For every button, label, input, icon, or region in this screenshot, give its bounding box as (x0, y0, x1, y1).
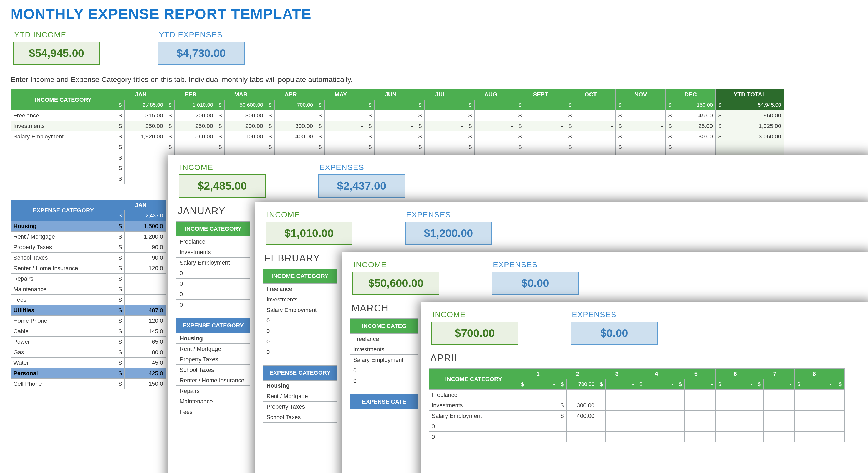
feb-income-list[interactable]: INCOME CATEGORY (263, 269, 337, 283)
feb-expense-header: EXPENSE CATEGORY (263, 366, 337, 380)
mar-expense-value: $0.00 (492, 272, 579, 295)
feb-income-header: INCOME CATEGORY (263, 269, 337, 283)
ytd-income-block: YTD INCOME $54,945.00 (13, 30, 100, 65)
mar-income-label: INCOME (353, 260, 439, 269)
feb-expense-value: $1,200.00 (405, 222, 492, 245)
mar-expense-header: EXPENSE CATE (350, 395, 418, 409)
jan-income-items[interactable]: FreelanceInvestmentsSalary Employment000… (176, 236, 250, 310)
jan-income-header: INCOME CATEGORY (177, 222, 250, 236)
jan-income-list[interactable]: INCOME CATEGORY (176, 221, 250, 236)
jan-expense-label: EXPENSES (319, 163, 405, 172)
feb-income-value: $1,010.00 (266, 222, 352, 245)
mar-income-header: INCOME CATEG (350, 319, 418, 334)
ytd-income-label: YTD INCOME (14, 30, 100, 39)
ytd-income-value: $54,945.00 (13, 42, 100, 65)
jan-income-label: INCOME (180, 163, 266, 172)
apr-month-title: APRIL (430, 353, 865, 364)
mar-income-items[interactable]: FreelanceInvestmentsSalary Employment00 (350, 334, 418, 386)
jan-expense-header: EXPENSE CATEGORY (177, 318, 250, 333)
page-title: MONTHLY EXPENSE REPORT TEMPLATE (0, 0, 868, 30)
feb-income-label: INCOME (267, 210, 352, 219)
feb-expense-items[interactable]: HousingRent / MortgageProperty TaxesScho… (263, 380, 337, 423)
card-april: INCOME$700.00 EXPENSES$0.00 APRIL INCOME… (421, 302, 868, 473)
mar-income-list[interactable]: INCOME CATEG (350, 318, 418, 334)
mar-income-value: $50,600.00 (352, 272, 439, 295)
jan-expense-value: $2,437.00 (318, 174, 405, 198)
feb-expense-list[interactable]: EXPENSE CATEGORY (263, 365, 337, 380)
feb-expense-label: EXPENSES (406, 210, 492, 219)
jan-expense-list[interactable]: EXPENSE CATEGORY (176, 318, 250, 333)
mar-expense-list[interactable]: EXPENSE CATE (350, 394, 418, 409)
ytd-expense-value: $4,730.00 (158, 42, 245, 65)
apr-income-value: $700.00 (431, 322, 518, 345)
jan-expense-items[interactable]: HousingRent / MortgageProperty TaxesScho… (176, 333, 250, 417)
apr-expense-label: EXPENSES (572, 310, 658, 319)
feb-income-items[interactable]: FreelanceInvestmentsSalary Employment000… (263, 283, 337, 358)
kpi-row-ytd: YTD INCOME $54,945.00 YTD EXPENSES $4,73… (0, 30, 868, 65)
apr-income-label: INCOME (432, 310, 518, 319)
ytd-expense-label: YTD EXPENSES (159, 30, 245, 39)
instruction-text: Enter Income and Expense Category titles… (0, 65, 868, 89)
apr-daily-table[interactable]: INCOME CATEGORY12345678$-$700.00$-$-$-$-… (429, 368, 845, 442)
expense-jan-table[interactable]: EXPENSE CATEGORYJAN$2,437.0Housing$1,500… (10, 200, 166, 389)
apr-expense-value: $0.00 (571, 322, 658, 345)
ytd-expense-block: YTD EXPENSES $4,730.00 (158, 30, 245, 65)
jan-income-value: $2,485.00 (179, 174, 266, 198)
mar-expense-label: EXPENSES (493, 260, 579, 269)
